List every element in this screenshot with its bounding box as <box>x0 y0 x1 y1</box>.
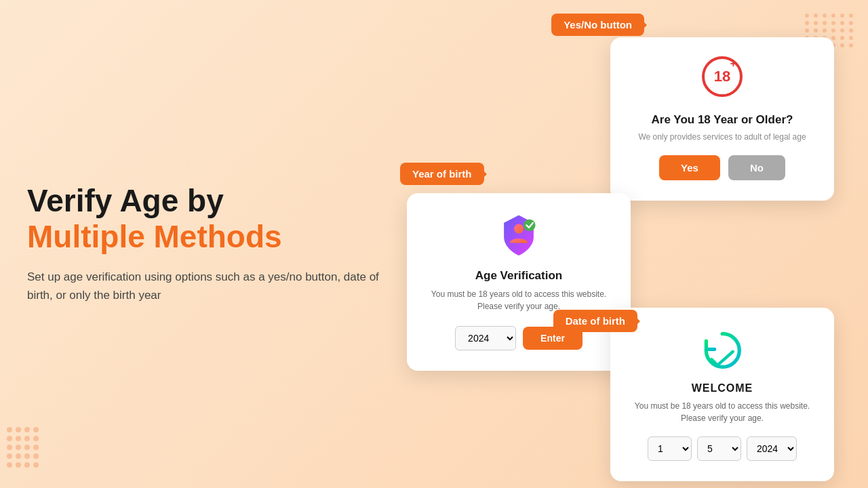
yesno-description: We only provides services to adult of le… <box>631 132 814 142</box>
decorative-dots-bottom-left <box>7 427 39 468</box>
right-section: Yes/No button 18 + Are You 18 Year or Ol… <box>393 0 868 488</box>
yesno-button-group: Yes No <box>631 155 814 180</box>
age-icon: 18 + <box>698 56 746 104</box>
tag-year-of-birth: Year of birth <box>400 163 484 185</box>
dob-heading: WELCOME <box>631 382 814 394</box>
yes-button[interactable]: Yes <box>659 155 720 180</box>
subtitle: Set up age verification using options su… <box>27 268 380 304</box>
welcome-icon <box>698 327 746 374</box>
left-section: Verify Age by Multiple Methods Set up ag… <box>27 184 380 304</box>
title-line1: Verify Age by <box>27 184 380 218</box>
tag-date-of-birth: Date of birth <box>553 310 637 332</box>
svg-point-0 <box>514 224 524 234</box>
svg-point-1 <box>524 220 536 232</box>
plus-sign: + <box>730 58 736 70</box>
no-button[interactable]: No <box>728 155 785 180</box>
age-number: 18 <box>714 68 730 85</box>
title-line2: Multiple Methods <box>27 218 380 256</box>
yob-card: Age Verification You must be 18 years ol… <box>407 193 631 371</box>
yob-heading: Age Verification <box>427 269 610 283</box>
shield-icon <box>495 212 542 260</box>
day-select[interactable]: 1 2 15 31 <box>648 436 692 461</box>
year-select[interactable]: 2024 2023 2005 2000 1990 <box>455 326 516 350</box>
yesno-card: 18 + Are You 18 Year or Older? We only p… <box>610 37 834 201</box>
dob-card: WELCOME You must be 18 years old to acce… <box>610 308 834 481</box>
dob-date-row: 1 2 15 31 5 1 6 12 2024 2000 1990 1985 <box>631 436 814 461</box>
tag-yesno: Yes/No button <box>551 14 644 36</box>
yesno-heading: Are You 18 Year or Older? <box>631 113 814 127</box>
year-select-dob[interactable]: 2024 2000 1990 1985 <box>747 436 797 461</box>
dob-description: You must be 18 years old to access this … <box>631 400 814 424</box>
yob-description: You must be 18 years old to access this … <box>427 288 610 312</box>
month-select[interactable]: 5 1 6 12 <box>697 436 741 461</box>
